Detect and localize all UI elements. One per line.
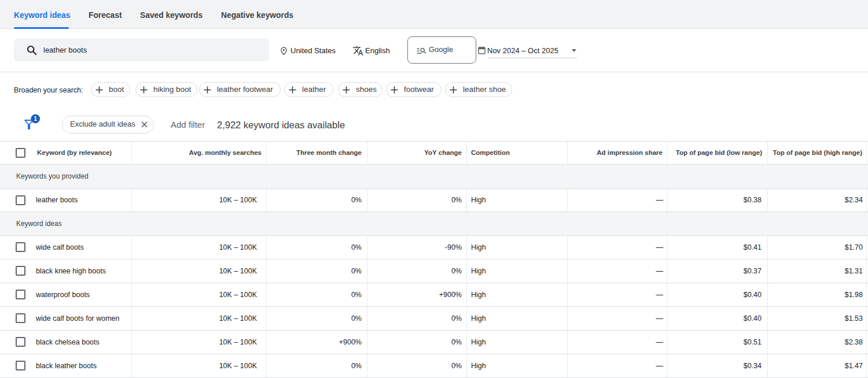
svg-text:1: 1 xyxy=(34,115,37,122)
